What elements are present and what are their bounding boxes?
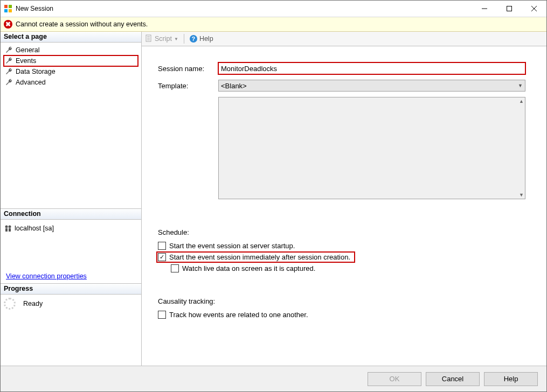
session-name-label: Session name: [158, 65, 218, 73]
help-button[interactable]: ? Help [190, 35, 213, 43]
chevron-down-icon: ▼ [518, 83, 523, 88]
wrench-icon [5, 67, 13, 76]
sidebar-item-general[interactable]: General [4, 45, 138, 55]
close-button[interactable] [522, 1, 546, 17]
template-value: <Blank> [221, 82, 247, 90]
checkbox-track-causality[interactable]: Track how events are related to one anot… [158, 311, 534, 319]
help-button[interactable]: Help [484, 372, 538, 386]
ok-button[interactable]: OK [368, 372, 421, 386]
checkbox-icon [171, 264, 179, 272]
svg-rect-2 [4, 9, 8, 12]
script-button[interactable]: Script ▼ [145, 34, 178, 44]
template-select[interactable]: <Blank> ▼ [218, 80, 525, 92]
toolbar-separator [184, 34, 184, 44]
maximize-button[interactable] [497, 1, 522, 17]
schedule-header: Schedule: [158, 228, 534, 236]
warning-bar: ✖ Cannot create a session without any ev… [1, 17, 546, 32]
checkbox-watch-live-data[interactable]: Watch live data on screen as it is captu… [171, 264, 534, 272]
svg-point-9 [9, 226, 11, 228]
checkbox-icon [158, 242, 166, 250]
wrench-icon [5, 78, 13, 87]
progress-header: Progress [1, 284, 141, 295]
sidebar-item-events[interactable]: Events [4, 55, 138, 66]
sidebar-header: Select a page [1, 32, 141, 43]
checkbox-label: Track how events are related to one anot… [169, 311, 308, 319]
sidebar-item-label: Advanced [16, 79, 46, 86]
session-name-input[interactable] [218, 62, 525, 74]
connection-value-row: localhost [sa] [1, 220, 141, 235]
script-label: Script [155, 35, 172, 43]
sidebar: Select a page General Events Data Storag… [1, 32, 142, 366]
checkbox-icon [158, 311, 166, 319]
checkbox-label: Start the event session immediately afte… [169, 253, 350, 261]
template-label: Template: [158, 82, 218, 90]
svg-rect-3 [9, 9, 12, 12]
progress-spinner-icon [4, 298, 16, 310]
connection-header: Connection [1, 209, 141, 220]
sidebar-item-label: Data Storage [16, 68, 56, 75]
svg-point-8 [5, 226, 8, 228]
minimize-button[interactable] [472, 1, 497, 17]
svg-rect-10 [5, 228, 8, 232]
svg-rect-5 [507, 6, 512, 11]
sidebar-item-label: Events [16, 57, 36, 65]
toolbar: Script ▼ ? Help [142, 32, 546, 46]
wrench-icon [5, 57, 13, 65]
window-title: New Session [16, 5, 472, 12]
template-description-box: ▲ ▼ [218, 97, 525, 199]
checkbox-start-at-startup[interactable]: Start the event session at server startu… [158, 242, 534, 250]
view-connection-properties-link[interactable]: View connection properties [6, 272, 87, 280]
sidebar-page-list: General Events Data Storage Advanced [1, 43, 141, 90]
error-icon: ✖ [4, 20, 12, 29]
script-icon [145, 34, 153, 44]
help-icon: ? [190, 35, 197, 43]
checkbox-label: Start the event session at server startu… [169, 242, 295, 250]
title-bar: New Session [1, 1, 546, 17]
chevron-down-icon: ▼ [174, 37, 178, 41]
svg-rect-11 [9, 228, 11, 232]
help-label: Help [199, 35, 213, 43]
app-icon [4, 4, 12, 13]
checkbox-label: Watch live data on screen as it is captu… [182, 264, 315, 272]
sidebar-item-advanced[interactable]: Advanced [4, 77, 138, 88]
cancel-button[interactable]: Cancel [426, 372, 480, 386]
warning-text: Cannot create a session without any even… [16, 20, 148, 28]
connection-value: localhost [sa] [15, 225, 54, 232]
sidebar-item-data-storage[interactable]: Data Storage [4, 66, 138, 77]
checkbox-start-immediately[interactable]: ✓ Start the event session immediately af… [158, 253, 354, 261]
causality-header: Causality tracking: [158, 297, 534, 305]
scroll-up-icon[interactable]: ▲ [519, 99, 524, 104]
dialog-footer: OK Cancel Help [1, 366, 546, 391]
server-icon [4, 224, 12, 233]
checkbox-icon: ✓ [158, 253, 166, 261]
wrench-icon [5, 46, 13, 54]
svg-rect-1 [9, 5, 12, 8]
sidebar-item-label: General [16, 46, 39, 54]
scroll-down-icon[interactable]: ▼ [519, 192, 524, 198]
progress-value: Ready [23, 300, 43, 307]
svg-rect-0 [4, 5, 8, 8]
